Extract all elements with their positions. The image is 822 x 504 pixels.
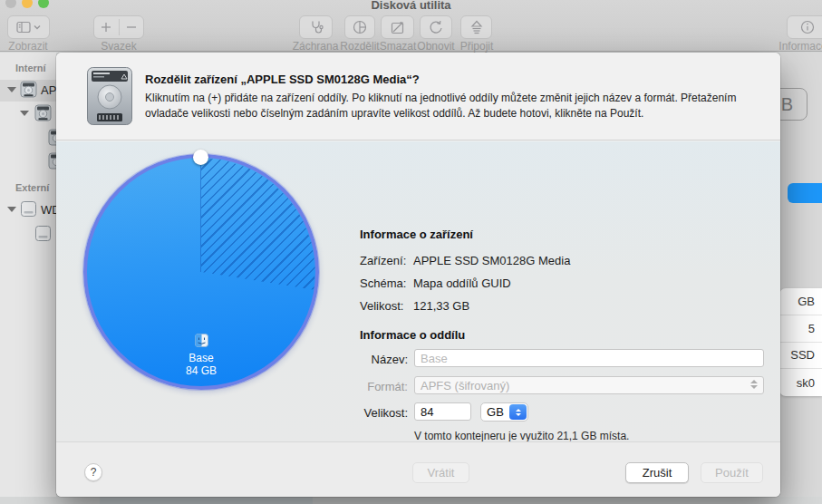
finder-icon xyxy=(195,334,208,350)
partition-dialog: Rozdělit zařízení „APPLE SSD SM0128G Med… xyxy=(56,53,780,497)
sidebar-item-apple-disk[interactable]: AP xyxy=(41,83,56,97)
window-toolbar: Disková utilita Zobrazit Svazek Záchrana… xyxy=(0,0,822,52)
volume-add-remove-group xyxy=(93,15,144,39)
erase-label: Smazat xyxy=(380,40,417,53)
restore-arrow-icon xyxy=(429,20,443,34)
container-usage-note: V tomto kontejneru je využito 21,1 GB mí… xyxy=(414,430,629,442)
format-select: APFS (šifrovaný) xyxy=(414,376,764,394)
info-button[interactable] xyxy=(787,15,822,39)
volume-disk-icon xyxy=(48,129,56,146)
size-value: 121,33 GB xyxy=(413,299,469,313)
size-unit-control[interactable]: GB xyxy=(480,402,528,422)
partition-name-label: Base xyxy=(83,352,319,364)
sidebar-section-external: Externí xyxy=(15,182,49,193)
disclosure-triangle-icon[interactable] xyxy=(7,87,16,92)
background-blue-button xyxy=(788,183,822,203)
revert-button: Vrátit xyxy=(412,462,469,483)
info-card-row: 5 xyxy=(779,315,822,343)
volume-remove-button[interactable] xyxy=(120,22,144,33)
format-select-value: APFS (šifrovaný) xyxy=(421,379,509,393)
info-card-row: sk0 xyxy=(779,369,822,396)
info-card-row: GB xyxy=(779,288,822,315)
info-label: Informace xyxy=(778,40,822,53)
device-value: APPLE SSD SM0128G Media xyxy=(413,254,570,267)
container-disk-icon xyxy=(34,104,52,121)
device-info-heading: Informace o zařízení xyxy=(360,228,473,241)
external-volume-icon xyxy=(34,225,52,242)
info-icon xyxy=(800,20,815,34)
chevron-down-icon xyxy=(34,24,41,30)
partition-info-heading: Informace o oddílu xyxy=(360,328,465,342)
cancel-button[interactable]: Zrušit xyxy=(625,462,689,483)
size-unit-value: GB xyxy=(481,405,509,419)
restore-button[interactable] xyxy=(420,15,452,39)
view-button[interactable] xyxy=(7,15,50,39)
window-title: Disková utilita xyxy=(0,0,822,12)
pie-sector-divider xyxy=(200,158,201,272)
sidebar: Interní AP Externí WD xyxy=(0,53,56,497)
pie-center-label: Base 84 GB xyxy=(83,334,319,377)
restore-label: Obnovit xyxy=(417,40,454,53)
volume-add-button[interactable] xyxy=(94,22,119,33)
background-info-card: GB 5 SSD sk0 xyxy=(779,288,822,396)
partition-pie-icon xyxy=(353,20,367,34)
disclosure-triangle-icon[interactable] xyxy=(7,207,16,212)
first-aid-label: Záchrana xyxy=(293,40,339,53)
dialog-header: Rozdělit zařízení „APPLE SSD SM0128G Med… xyxy=(56,53,780,141)
dialog-description: Kliknutím na (+) přidáte na zařízení odd… xyxy=(145,91,740,121)
erase-icon xyxy=(391,20,405,34)
volume-disk-icon xyxy=(48,152,56,170)
apply-button: Použít xyxy=(701,462,763,483)
sidebar-item-wd-disk[interactable]: WD xyxy=(41,203,56,217)
partition-size-label: 84 GB xyxy=(83,364,319,377)
sidebar-layout-icon xyxy=(16,21,31,34)
scheme-value: Mapa oddílů GUID xyxy=(413,276,511,290)
mount-label: Připojit xyxy=(460,40,494,53)
internal-disk-icon xyxy=(20,81,37,98)
pie-resize-handle[interactable] xyxy=(193,150,208,165)
sidebar-section-internal: Interní xyxy=(15,63,46,73)
background-bottom-strip xyxy=(0,497,822,504)
partition-size-input[interactable] xyxy=(414,402,471,421)
help-button[interactable]: ? xyxy=(84,463,102,481)
format-field-label: Formát: xyxy=(344,380,408,393)
view-button-label: Zobrazit xyxy=(8,40,47,53)
name-field-label: Název: xyxy=(344,353,408,366)
partition-name-input[interactable] xyxy=(414,349,764,367)
scheme-label: Schéma: xyxy=(360,276,406,290)
mount-button[interactable] xyxy=(460,15,492,39)
first-aid-button[interactable] xyxy=(299,15,333,39)
stethoscope-icon xyxy=(309,20,324,34)
volume-group-label: Svazek xyxy=(101,40,136,53)
info-card-row: SSD xyxy=(779,343,822,370)
partition-pie-chart: Base 84 GB xyxy=(83,154,319,390)
mount-eject-icon xyxy=(470,20,483,34)
partition-label: Rozdělit xyxy=(340,40,379,53)
dialog-footer: ? Vrátit Zrušit Použít xyxy=(56,441,780,497)
external-disk-icon xyxy=(20,200,37,218)
partition-button[interactable] xyxy=(344,15,375,39)
hard-drive-icon xyxy=(86,66,133,130)
size-label: Velikost: xyxy=(360,299,403,313)
dialog-title: Rozdělit zařízení „APPLE SSD SM0128G Med… xyxy=(145,73,420,86)
select-chevrons-icon xyxy=(750,380,758,389)
size-field-label: Velikost: xyxy=(344,406,408,420)
device-label: Zařízení: xyxy=(360,254,406,267)
size-unit-stepper-icon[interactable] xyxy=(509,404,527,420)
erase-button[interactable] xyxy=(381,15,414,39)
disclosure-triangle-icon[interactable] xyxy=(20,111,29,116)
dialog-content: Base 84 GB + − Informace o zařízení Zaří… xyxy=(56,141,780,441)
